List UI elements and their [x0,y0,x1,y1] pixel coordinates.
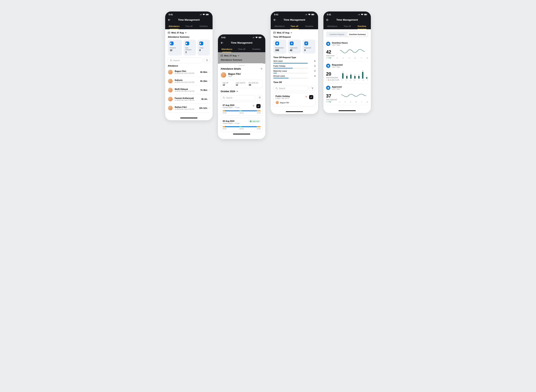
svg-rect-18 [277,43,278,44]
svg-rect-9 [259,37,261,38]
not-present-icon [185,42,189,45]
approve-button[interactable] [309,95,313,99]
home-indicator [286,111,303,112]
delta: − -2 vs last month [326,79,339,81]
avatar [221,72,226,78]
employee-name: Ihdizein [175,79,199,81]
reject-button[interactable]: ✕ [252,104,255,108]
employee-duration: 8h 4m [202,98,207,100]
svg-rect-23 [364,14,366,15]
card-present[interactable]: Present 12 [168,40,182,56]
card-approved[interactable]: Approved 42 [288,40,301,54]
employee-row[interactable]: Ihdizein In 09:00 AM, Out 17:00 PM 8h 18… [168,77,210,86]
card-not-present[interactable]: Not Present 1 [184,40,196,56]
home-indicator [180,118,198,118]
search-icon [170,59,172,61]
metric-icon [326,42,330,46]
tab-attendance[interactable]: Attendance [167,23,181,29]
employee-name: Mufti Hidayat [175,88,199,90]
tab-timeoff[interactable]: Time off [287,23,302,29]
header: Time Management [165,16,213,23]
search-input[interactable]: Search [221,95,255,100]
employee-times: In 09:00 AM, Out 17:00 PM [175,81,199,83]
sheet-grabber[interactable] [239,65,245,66]
search-input[interactable]: Search [273,86,308,91]
employee-name: Raihan Fikri [175,106,197,108]
page-title: Time Management [171,18,206,21]
month-picker[interactable]: October 2024 [221,90,263,93]
employee-row[interactable]: Fauzan Ardiansyah In 09:00 AM, Out 17:00… [168,95,210,104]
metric-icon [326,86,330,90]
line-chart [337,48,368,57]
tab-overtime[interactable]: Overtime [302,23,317,29]
status-bar: 9:41 [218,34,265,39]
bar-chart: 4232251 [342,70,368,79]
approved-icon [290,42,294,45]
metric-section: Approved Last 7 days 37 Total Approved ↗… [326,83,368,105]
date-label: Wed, 07 Aug [171,32,184,34]
timeoff-request-card[interactable]: Public Holiday 3 days · Mar 15-17 ✕ Bagu… [273,93,315,106]
approved-badge: Approved [249,120,261,123]
back-icon[interactable] [168,19,171,21]
tab-timeoff[interactable]: Time off [234,47,249,52]
tab-overtime[interactable]: Overtime [249,47,264,52]
section-title: Attendance Summary [168,36,210,38]
date-picker[interactable]: Wed, 07 Aug [168,32,210,34]
employee-row[interactable]: Mufti Hidayat In 09:00 AM, Out 17:00 PM … [168,86,210,95]
svg-point-7 [170,60,172,61]
list-title: Attedance [168,65,210,67]
avatar [168,79,173,84]
card-away[interactable]: Away 0 [198,40,210,56]
request-type-row: Sick Leave5 [273,60,315,64]
day-card[interactable]: 06 Aug 2024 Clockin 09am — 17 pm Approve… [221,118,263,132]
segment-request[interactable]: Overtime Request [327,32,347,37]
search-input[interactable]: Search [168,58,203,63]
tab-overtime[interactable]: Overtime [196,23,211,29]
filter-button[interactable] [257,95,263,100]
avatar [168,106,173,111]
svg-rect-24 [367,14,367,15]
back-icon[interactable] [221,42,224,44]
request-type-row: Annual Leave4 [273,75,315,78]
avatar [275,101,279,104]
phone-attendance: 9:41 Time Management Attendance Time off… [165,11,213,120]
back-icon[interactable] [326,19,330,21]
tab-overtime[interactable]: Overtime [355,23,369,29]
close-icon[interactable]: ✕ [261,67,263,70]
tab-attendance[interactable]: Attendance [272,23,287,29]
avatar [168,70,173,75]
employee-row[interactable]: Bagus Fikri In 09:00 AM, Out 17:00 PM 8h… [168,68,210,77]
tab-timeoff[interactable]: Time off [340,23,354,29]
back-icon[interactable] [273,19,277,21]
segment-summary[interactable]: Overtime Summary [347,32,368,37]
approve-button[interactable] [256,104,261,108]
employee-row[interactable]: Raihan Fikri In 09:00 AM, Out 17:00 PM 1… [168,104,210,113]
employee-times: In 09:00 AM, Out 17:00 PM [175,72,199,74]
employee-duration: 8h 18m [200,80,207,82]
phone-timeoff: 9:41 Time Management Attendance Time off… [271,11,318,114]
card-rejected[interactable]: Rejected 0 [302,40,315,54]
phone-attendance-details: 9:41 Time Management Attendance Time off… [218,34,265,139]
svg-rect-15 [312,14,314,15]
svg-rect-16 [314,14,315,15]
metric-icon [326,64,330,68]
employee-name: Bagus Fikri [175,70,199,72]
filter-button[interactable] [310,86,315,91]
employee-duration: 8h 56m [200,71,207,73]
status-icons [199,14,209,15]
phone-overtime: 9:41 Time Management Attendance Time off… [323,11,371,113]
svg-rect-4 [170,43,171,44]
present-icon [170,42,174,45]
filter-button[interactable] [204,58,210,63]
tab-attendance[interactable]: Attendance [325,23,340,29]
delta: ↗ +76 [326,101,337,103]
tab-attendance[interactable]: Attendance [219,47,234,52]
status-time: 9:41 [169,13,173,16]
chevron-right-icon: › [209,71,210,73]
card-requested[interactable]: Requested 265 [273,40,286,54]
date-picker[interactable]: Wed, 07 Aug [273,32,315,34]
chevron-down-icon [236,90,238,92]
reject-button[interactable]: ✕ [305,95,308,99]
tab-timeoff[interactable]: Time off [181,23,196,29]
day-card[interactable]: 07 Aug 2024 Clockin 09am — 17 pm ✕ [221,102,263,116]
